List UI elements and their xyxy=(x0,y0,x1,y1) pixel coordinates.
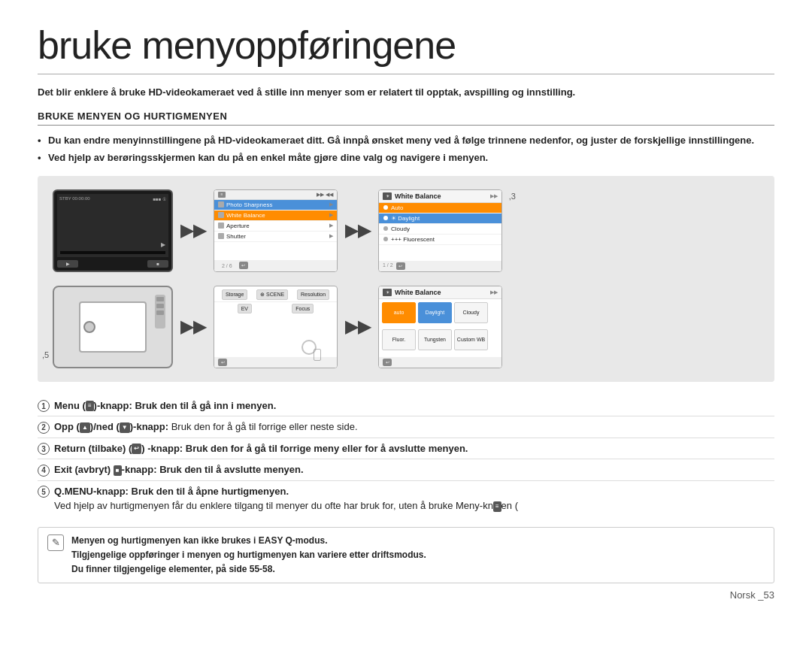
step-text-2: Opp (▲)/ned (▼)-knapp: Bruk den for å gå… xyxy=(54,419,358,435)
wb-dot-daylight xyxy=(383,216,388,220)
menu-back-btn: ↩ xyxy=(239,262,248,269)
wb-header-title: White Balance xyxy=(395,192,487,200)
wb-item-cloudy: Cloudy xyxy=(379,224,501,235)
camera-preview-screen: STBY 00:00:00 ■■■ ① ▶ ▶ ■ 1 xyxy=(53,189,173,272)
arrow-1-2: ▶▶ xyxy=(180,221,206,241)
wb-grid-item-tungsten: Tungsten xyxy=(418,329,452,350)
camera-ui-bar xyxy=(60,251,165,254)
quick-menu-screen: Storage ⊕ SCENE Resolution EV Focus ↩ xyxy=(214,286,338,368)
step-row-5: 5 Q.MENU-knapp: Bruk den til å åpne hurt… xyxy=(38,481,774,516)
menu-item-arrow-1: ▶ xyxy=(329,201,333,207)
menu-item-arrow-3: ▶ xyxy=(329,223,333,229)
step-num-1: 1 xyxy=(38,400,50,412)
quick-menu-wrapper: Storage ⊕ SCENE Resolution EV Focus ↩ xyxy=(214,286,338,368)
qm-btn-scene: ⊕ SCENE xyxy=(256,289,288,300)
cam-btn-right: ■ xyxy=(147,260,168,268)
step-row-1: 1 Menu (≡)-knapp: Bruk den til å gå inn … xyxy=(38,395,774,417)
wb-grid-icon: ☀ xyxy=(383,289,392,296)
menu-item-text-3: Aperture xyxy=(226,223,329,229)
camera-lens-circle xyxy=(83,321,95,333)
steps-container: 1 Menu (≡)-knapp: Bruk den til å gå inn … xyxy=(38,395,774,516)
wb-grid-item-customwb: Custom WB xyxy=(454,329,488,350)
step-num-3: 3 xyxy=(38,443,50,455)
wb-grid-footer: ↩ xyxy=(379,357,501,368)
diagram-row-1: STBY 00:00:00 ■■■ ① ▶ ▶ ■ 1 ▶▶ ≡ ▶▶ ◀◀ P… xyxy=(53,189,759,272)
wb-item-auto-label: Auto xyxy=(391,204,403,211)
wb-back-btn: ↩ xyxy=(396,262,405,270)
menu-item-icon-4 xyxy=(218,233,224,239)
wb-grid-item-auto: auto xyxy=(382,302,416,323)
menu-item-photo-sharpness: Photo Sharpness ▶ xyxy=(214,200,337,210)
note-bullet-3: Du finner tilgjengelige elementer, på si… xyxy=(71,562,426,577)
bullet-list: Du kan endre menyinnstillingene på HD-vi… xyxy=(38,133,774,165)
camera-btn-2 xyxy=(156,304,164,308)
camera-screen-display: STBY 00:00:00 ■■■ ① ▶ xyxy=(57,194,168,257)
step-row-2: 2 Opp (▲)/ned (▼)-knapp: Bruk den for å … xyxy=(38,416,774,438)
qm-btn-ev: EV xyxy=(238,304,252,313)
wb-item-cloudy-label: Cloudy xyxy=(391,226,410,232)
wb-item-daylight-label: ☀ Daylight xyxy=(391,215,420,222)
camera-body-screen xyxy=(79,301,147,353)
camera-side-buttons xyxy=(155,295,165,329)
note-bullet-2: Tilgjengelige oppføringer i menyen og hu… xyxy=(71,548,426,562)
title-divider xyxy=(38,74,774,74)
up-icon-inline: ▲ xyxy=(80,422,90,433)
step-5-subtext: Ved hjelp av hurtigmenyen får du enklere… xyxy=(54,500,518,511)
wb-grid-item-daylight: Daylight xyxy=(418,302,452,323)
menu-item-icon-3 xyxy=(218,223,224,229)
step-label-5: ,5 xyxy=(42,350,49,359)
menu-item-aperture: Aperture ▶ xyxy=(214,221,337,232)
step-num-5: 5 xyxy=(38,486,50,498)
wb-dot-cloudy xyxy=(383,226,388,231)
wb-page-num: 1 / 2 xyxy=(383,262,393,270)
step-text-4: Exit (avbryt) ■-knapp: Bruk den til å av… xyxy=(54,462,304,477)
diagram-container: STBY 00:00:00 ■■■ ① ▶ ▶ ■ 1 ▶▶ ≡ ▶▶ ◀◀ P… xyxy=(38,176,774,382)
intro-text: Det blir enklere å bruke HD-videokamerae… xyxy=(38,85,774,100)
wb-grid-item-cloudy: Cloudy xyxy=(454,302,488,323)
wb-grid-title: White Balance xyxy=(395,289,487,296)
menu-item-arrow-4: ▶ xyxy=(329,233,333,239)
menu-item-text-2: White Balance xyxy=(226,212,329,219)
menu-item-icon-1 xyxy=(218,201,224,207)
qm-btn-focus: Focus xyxy=(292,304,314,313)
arrow-d2-1-2: ▶▶ xyxy=(180,317,206,337)
step-row-3: 3 Return (tilbake) (↩) -knapp: Bruk den … xyxy=(38,438,774,460)
arrow-d2-2-3: ▶▶ xyxy=(345,317,371,337)
page-title: bruke menyoppføringene xyxy=(38,23,774,68)
return-icon-inline: ↩ xyxy=(132,444,141,454)
wb-header-controls: ▶▶ xyxy=(490,193,498,199)
qm-row1: Storage ⊕ SCENE Resolution xyxy=(214,286,337,302)
exit-icon-inline: ■ xyxy=(114,465,122,476)
note-content: Menyen og hurtigmenyen kan ikke brukes i… xyxy=(71,534,426,577)
menu-item-white-balance: White Balance ▶ xyxy=(214,210,337,221)
wb-dot-fluorescent xyxy=(383,237,388,241)
camera-bottom-controls: ▶ ■ xyxy=(57,260,168,268)
step-num-2: 2 xyxy=(38,422,50,434)
step-text-1: Menu (≡)-knapp: Bruk den til å gå inn i … xyxy=(54,398,276,413)
qm-back-btn: ↩ xyxy=(218,359,227,366)
camera-device-wrapper: ,5 xyxy=(53,286,173,368)
step-row-4: 4 Exit (avbryt) ■-knapp: Bruk den til å … xyxy=(38,459,774,481)
wb-grid-back-btn: ↩ xyxy=(383,359,392,366)
camera-btn-1 xyxy=(156,297,164,301)
note-icon: ✎ xyxy=(47,534,64,551)
note-box: ✎ Menyen og hurtigmenyen kan ikke brukes… xyxy=(38,527,774,584)
wb-header-icon: ☀ xyxy=(383,192,392,200)
menu-item-text-4: Shutter xyxy=(226,233,329,240)
qm-btn-resolution: Resolution xyxy=(297,289,329,300)
step-label-3: ,3 xyxy=(509,192,516,201)
menu-item-arrow-2: ▶ xyxy=(329,212,333,218)
qm-btn-storage: Storage xyxy=(222,289,248,300)
wb-grid-screen: ☀ White Balance ▶▶ auto Daylight Cloudy … xyxy=(378,286,502,368)
section-title: BRUKE MENYEN OG HURTIGMENYEN xyxy=(38,111,774,126)
bullet-item-1: Du kan endre menyinnstillingene på HD-vi… xyxy=(38,133,774,148)
step-text-5: Q.MENU-knapp: Bruk den til å åpne hurtig… xyxy=(54,484,518,513)
menu-item-icon-2 xyxy=(218,212,224,218)
menu-item-text-1: Photo Sharpness xyxy=(226,201,329,208)
wb-grid-body: auto Daylight Cloudy Fluor. Tungsten Cus… xyxy=(379,299,501,357)
wb-item-fluorescent-label: +++ Fluorescent xyxy=(391,236,435,243)
wb-footer: 1 / 2 ↩ xyxy=(379,261,501,271)
wb-item-fluorescent: +++ Fluorescent xyxy=(379,235,501,245)
step-num-4: 4 xyxy=(38,465,50,477)
wb-header: ☀ White Balance ▶▶ xyxy=(379,190,501,203)
